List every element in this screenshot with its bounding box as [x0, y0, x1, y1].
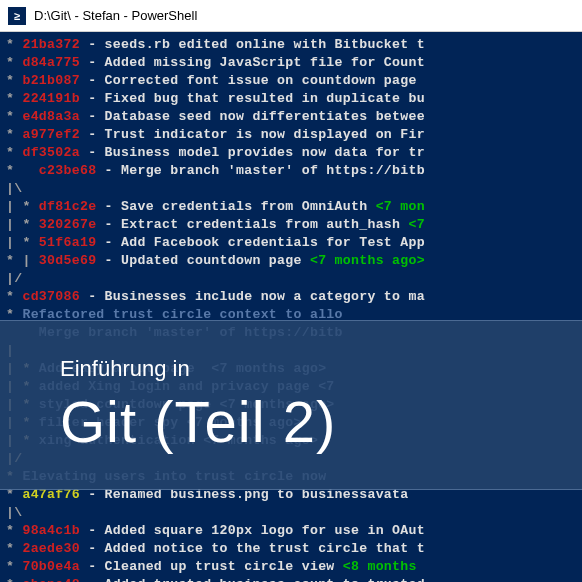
window-title: D:\Git\ - Stefan - PowerShell: [34, 8, 197, 23]
commit-hash: cd37086: [22, 289, 80, 304]
git-log-line: * a977ef2 - Trust indicator is now displ…: [6, 126, 576, 144]
git-log-line: * df3502a - Business model provides now …: [6, 144, 576, 162]
git-log-line: * e4d8a3a - Database seed now differenti…: [6, 108, 576, 126]
git-log-line: * 224191b - Fixed bug that resulted in d…: [6, 90, 576, 108]
slide-subtitle: Einführung in: [60, 356, 582, 382]
git-log-line: | * 51f6a19 - Add Facebook credentials f…: [6, 234, 576, 252]
git-log-line: | * 320267e - Extract credentials from a…: [6, 216, 576, 234]
commit-hash: c23be68: [39, 163, 97, 178]
slide-overlay: Einführung in Git (Teil 2): [0, 320, 582, 490]
git-log-line: |/: [6, 270, 576, 288]
commit-hash: abene48: [22, 577, 80, 582]
powershell-icon: ≥: [8, 7, 26, 25]
git-log-line: * 98a4c1b - Added square 120px logo for …: [6, 522, 576, 540]
commit-age: <7 months ago>: [302, 253, 425, 268]
git-log-line: * b21b087 - Corrected font issue on coun…: [6, 72, 576, 90]
commit-hash: 320267e: [39, 217, 97, 232]
git-log-line: * cd37086 - Businesses include now a cat…: [6, 288, 576, 306]
git-log-line: * 70b0e4a - Cleaned up trust circle view…: [6, 558, 576, 576]
git-log-line: * c23be68 - Merge branch 'master' of htt…: [6, 162, 576, 180]
git-log-line: * d84a775 - Added missing JavaScript fil…: [6, 54, 576, 72]
git-log-line: * abene48 - Added trusted business count…: [6, 576, 576, 582]
terminal-output: * 21ba372 - seeds.rb edited online with …: [0, 32, 582, 582]
commit-hash: d84a775: [22, 55, 80, 70]
commit-hash: 21ba372: [22, 37, 80, 52]
commit-hash: 224191b: [22, 91, 80, 106]
commit-hash: 30d5e69: [39, 253, 97, 268]
commit-hash: 2aede30: [22, 541, 80, 556]
commit-hash: 70b0e4a: [22, 559, 80, 574]
git-log-line: * 21ba372 - seeds.rb edited online with …: [6, 36, 576, 54]
git-log-line: | * df81c2e - Save credentials from Omni…: [6, 198, 576, 216]
commit-age: <7 mon: [367, 199, 425, 214]
commit-hash: df81c2e: [39, 199, 97, 214]
git-log-line: * | 30d5e69 - Updated countdown page <7 …: [6, 252, 576, 270]
git-log-line: * 2aede30 - Added notice to the trust ci…: [6, 540, 576, 558]
commit-hash: a977ef2: [22, 127, 80, 142]
commit-hash: b21b087: [22, 73, 80, 88]
git-log-line: |\: [6, 504, 576, 522]
commit-age: <7: [400, 217, 425, 232]
commit-hash: e4d8a3a: [22, 109, 80, 124]
window-titlebar[interactable]: ≥ D:\Git\ - Stefan - PowerShell: [0, 0, 582, 32]
commit-hash: df3502a: [22, 145, 80, 160]
slide-title: Git (Teil 2): [60, 388, 582, 455]
git-log-line: |\: [6, 180, 576, 198]
commit-hash: 51f6a19: [39, 235, 97, 250]
commit-hash: 98a4c1b: [22, 523, 80, 538]
commit-age: <8 months: [335, 559, 425, 574]
